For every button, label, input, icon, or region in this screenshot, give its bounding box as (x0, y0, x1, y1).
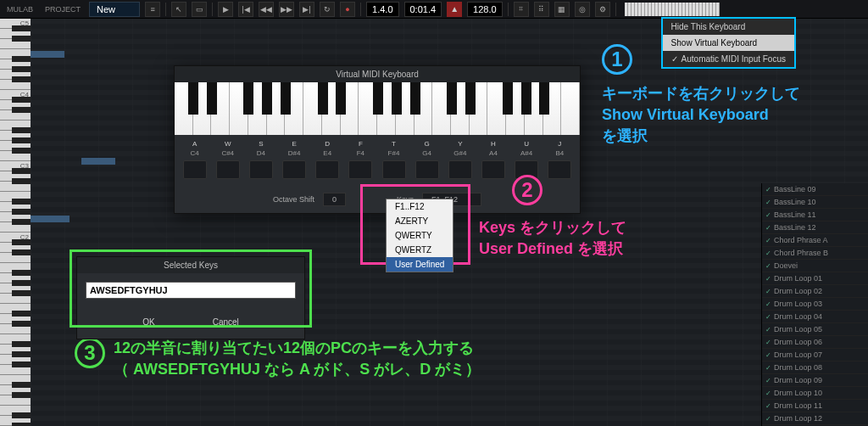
clip-list-item[interactable]: ✓Drum Loop 12 (762, 412, 868, 425)
rewind-button[interactable]: ◀◀ (259, 2, 274, 17)
cancel-button[interactable]: Cancel (201, 314, 251, 330)
toolbar-keyboard[interactable] (625, 3, 720, 16)
vmk-pad[interactable] (183, 160, 207, 179)
tempo-display[interactable]: 128.0 (467, 2, 503, 17)
vmk-keyboard[interactable] (175, 82, 580, 135)
vmk-key-label: ED#4 (281, 140, 308, 157)
forward-end-button[interactable]: ▶| (299, 2, 314, 17)
selected-keys-input[interactable] (86, 282, 296, 299)
vmk-pad[interactable] (315, 160, 339, 179)
vmk-key-label: UA#4 (513, 140, 540, 157)
midi-clip[interactable] (81, 158, 115, 165)
clip-list-item[interactable]: ✓BassLine 10 (762, 196, 868, 209)
clip-list-item[interactable]: ✓Drum Loop 05 (762, 323, 868, 336)
vmk-pad[interactable] (515, 160, 538, 179)
gear-icon[interactable]: ⚙ (595, 2, 610, 17)
grid1-icon[interactable]: ⠿ (534, 2, 549, 17)
top-toolbar: MULAB PROJECT New ≡ ↖ ▭ ▶ |◀ ◀◀ ▶▶ ▶| ↻ … (0, 0, 868, 19)
menu-hide-keyboard[interactable]: Hide This Keyboard (663, 19, 794, 35)
clip-list-item[interactable]: ✓Drum Loop 04 (762, 311, 868, 323)
project-label: PROJECT (42, 5, 84, 14)
vmk-pad[interactable] (415, 160, 439, 179)
selected-keys-dialog: Selected Keys OK Cancel (76, 256, 305, 339)
metronome-icon[interactable]: ▲ (447, 2, 462, 17)
vmk-pad[interactable] (548, 160, 571, 179)
tool-arrow-icon[interactable]: ↖ (171, 2, 186, 17)
clip-list-item[interactable]: ✓Doevei (762, 260, 868, 272)
keys-opt-user-defined[interactable]: User Defined (387, 257, 453, 272)
loop-button[interactable]: ↻ (320, 2, 335, 17)
clip-list-item[interactable]: ✓Drum Loop 11 (762, 400, 868, 412)
piano-roll-keyboard[interactable]: C5C4C3C2 (0, 19, 31, 426)
keys-layout-dropdown: F1..F12 AZERTY QWERTY QWERTZ User Define… (386, 199, 453, 272)
grid2-icon[interactable]: ▦ (554, 2, 570, 17)
vmk-key-label: WC#4 (214, 140, 242, 157)
vmk-pad[interactable] (249, 160, 273, 179)
clip-list-item[interactable]: ✓BassLine 12 (762, 221, 868, 234)
clip-list-item[interactable]: ✓Chord Phrase A (762, 234, 868, 247)
rewind-start-button[interactable]: |◀ (238, 2, 253, 17)
clip-list-item[interactable]: ✓Chord Phrase B (762, 247, 868, 260)
clip-list-item[interactable]: ✓Drum Loop 09 (762, 374, 868, 387)
clip-list-item[interactable]: ✓Drum Loop 08 (762, 362, 868, 374)
play-button[interactable]: ▶ (218, 2, 233, 17)
keys-opt-f1f12[interactable]: F1..F12 (387, 199, 453, 214)
keys-opt-qwerty[interactable]: QWERTY (387, 228, 453, 243)
vmk-key-label: AC4 (181, 140, 209, 157)
menu-button[interactable]: ≡ (145, 2, 160, 17)
keyboard-context-menu: Hide This Keyboard Show Virtual Keyboard… (661, 17, 796, 69)
ok-button[interactable]: OK (131, 314, 166, 330)
keys-opt-qwertz[interactable]: QWERTZ (387, 243, 453, 257)
midi-clip[interactable] (31, 51, 64, 58)
vmk-key-label: SD4 (248, 140, 275, 157)
octave-shift-value[interactable]: 0 (323, 193, 346, 206)
record-button[interactable]: ● (340, 2, 355, 17)
keys-opt-azerty[interactable]: AZERTY (387, 214, 453, 228)
target-icon[interactable]: ◎ (575, 2, 590, 17)
menu-show-virtual-keyboard[interactable]: Show Virtual Keyboard (663, 35, 794, 51)
vmk-pad[interactable] (481, 160, 505, 179)
vmk-key-label: HA4 (480, 140, 507, 157)
tool-select-icon[interactable]: ▭ (192, 2, 207, 17)
snap-icon[interactable]: ⌗ (514, 2, 529, 17)
clip-list-item[interactable]: ✓Drum Loop 02 (762, 285, 868, 298)
vmk-pad[interactable] (282, 160, 306, 179)
vmk-key-label: TF#4 (381, 140, 408, 157)
vmk-key-label: DE4 (314, 140, 341, 157)
vmk-title: Virtual MIDI Keyboard (175, 66, 580, 82)
vmk-pad[interactable] (348, 160, 372, 179)
clip-list-item[interactable]: ✓Drum Loop 06 (762, 336, 868, 349)
vmk-key-labels: AC4WC#4SD4ED#4DE4FF4TF#4GG4YG#4HA4UA#4JB… (175, 135, 580, 159)
vmk-pads (175, 159, 580, 186)
time-display[interactable]: 0:01.4 (404, 2, 442, 17)
mulab-label: MULAB (3, 5, 36, 14)
vmk-key-label: FF4 (347, 140, 374, 157)
forward-button[interactable]: ▶▶ (279, 2, 294, 17)
clip-list-item[interactable]: ✓BassLine 09 (762, 183, 868, 196)
clip-list-item[interactable]: ✓Drum Loop 01 (762, 272, 868, 285)
clip-list-item[interactable]: ✓Drum Loop 10 (762, 387, 868, 400)
selected-keys-title: Selected Keys (77, 257, 304, 273)
vmk-key-label: GG4 (414, 140, 441, 157)
virtual-midi-keyboard-window: Virtual MIDI Keyboard AC4WC#4SD4ED#4DE4F… (174, 65, 581, 214)
clip-list-item[interactable]: ✓BassLine 11 (762, 209, 868, 221)
octave-shift-label: Octave Shift (273, 195, 314, 204)
vmk-key-label: JB4 (546, 140, 573, 157)
clip-list-item[interactable]: ✓Drum Loop 03 (762, 298, 868, 311)
menu-auto-midi-focus[interactable]: ✓Automatic MIDI Input Focus (663, 51, 794, 67)
vmk-pad[interactable] (382, 160, 406, 179)
vmk-pad[interactable] (216, 160, 240, 179)
clip-list-item[interactable]: ✓Drum Loop 07 (762, 349, 868, 362)
vmk-pad[interactable] (448, 160, 472, 179)
midi-clip[interactable] (31, 216, 70, 222)
position-display[interactable]: 1.4.0 (366, 2, 398, 17)
vmk-key-label: YG#4 (447, 140, 474, 157)
project-dropdown[interactable]: New (89, 2, 140, 17)
clip-browser: ✓BassLine 09✓BassLine 10✓BassLine 11✓Bas… (761, 183, 868, 426)
